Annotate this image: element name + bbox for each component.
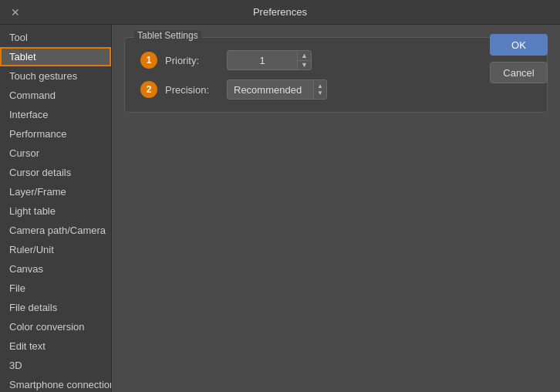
- sidebar: ToolTabletTouch gesturesCommandInterface…: [0, 25, 112, 392]
- priority-row: 1 Priority: ▲ ▼: [140, 50, 531, 70]
- step-badge-1: 1: [140, 52, 157, 69]
- sidebar-item-interface[interactable]: Interface: [0, 105, 111, 124]
- sidebar-item-3d[interactable]: 3D: [0, 356, 111, 375]
- sidebar-item-color-conversion[interactable]: Color conversion: [0, 317, 111, 336]
- sidebar-item-camera-path[interactable]: Camera path/Camera: [0, 221, 111, 240]
- priority-up-arrow[interactable]: ▲: [298, 51, 311, 61]
- sidebar-item-canvas[interactable]: Canvas: [0, 259, 111, 279]
- precision-up-icon: ▲: [317, 83, 323, 90]
- sidebar-item-cursor-details[interactable]: Cursor details: [0, 163, 111, 182]
- sidebar-item-tool[interactable]: Tool: [0, 28, 111, 47]
- step-badge-2: 2: [140, 81, 157, 98]
- sidebar-item-ruler-unit[interactable]: Ruler/Unit: [0, 240, 111, 259]
- priority-down-arrow[interactable]: ▼: [298, 61, 311, 70]
- precision-down-icon: ▼: [317, 90, 323, 96]
- precision-label: Precision:: [165, 84, 227, 96]
- ok-button[interactable]: OK: [490, 34, 548, 56]
- action-buttons: OK Cancel: [490, 34, 548, 83]
- sidebar-item-file-details[interactable]: File details: [0, 298, 111, 317]
- priority-value[interactable]: [228, 55, 297, 66]
- precision-dropdown-arrow[interactable]: ▲ ▼: [313, 80, 326, 99]
- tablet-settings-group: Tablet Settings 1 Priority: ▲ ▼ 2 Precis…: [124, 37, 548, 113]
- priority-spinner[interactable]: ▲ ▼: [227, 50, 312, 70]
- window-title: Preferences: [253, 6, 307, 18]
- sidebar-item-light-table[interactable]: Light table: [0, 201, 111, 221]
- group-label: Tablet Settings: [134, 30, 201, 41]
- sidebar-item-command[interactable]: Command: [0, 86, 111, 105]
- precision-select[interactable]: Recommended ▲ ▼: [227, 79, 327, 100]
- sidebar-item-file[interactable]: File: [0, 279, 111, 298]
- precision-row: 2 Precision: Recommended ▲ ▼: [140, 79, 531, 100]
- cancel-button[interactable]: Cancel: [490, 62, 548, 83]
- sidebar-item-smartphone-connection[interactable]: Smartphone connection: [0, 375, 111, 392]
- close-button[interactable]: ✕: [9, 6, 22, 19]
- sidebar-item-tablet[interactable]: Tablet: [0, 47, 111, 66]
- sidebar-item-layer-frame[interactable]: Layer/Frame: [0, 182, 111, 201]
- title-bar: ✕ Preferences: [0, 0, 560, 25]
- priority-arrows: ▲ ▼: [297, 51, 311, 69]
- sidebar-item-edit-text[interactable]: Edit text: [0, 336, 111, 356]
- priority-label: Priority:: [165, 55, 227, 66]
- sidebar-item-cursor[interactable]: Cursor: [0, 144, 111, 163]
- main-content: ToolTabletTouch gesturesCommandInterface…: [0, 25, 560, 392]
- sidebar-item-performance[interactable]: Performance: [0, 124, 111, 144]
- precision-value: Recommended: [228, 84, 313, 96]
- sidebar-item-touch-gestures[interactable]: Touch gestures: [0, 66, 111, 86]
